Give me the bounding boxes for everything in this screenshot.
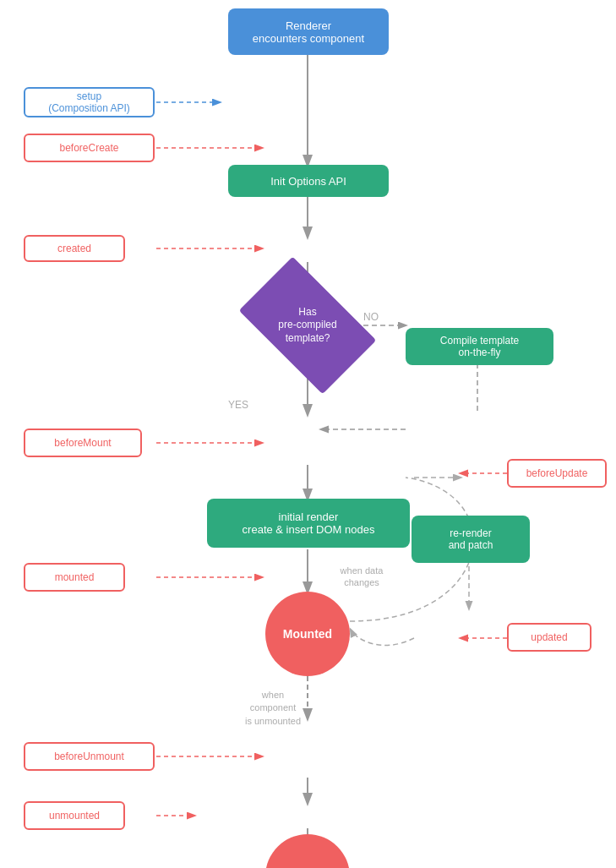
lifecycle-diagram: Rendererencounters component setup(Compo… [0,0,616,868]
mounted-circle: Mounted [265,592,350,676]
initial-render-node: initial rendercreate & insert DOM nodes [207,499,410,548]
renderer-node: Rendererencounters component [228,8,389,55]
setup-hook: setup(Composition API) [24,87,155,117]
no-label: NO [363,311,379,323]
updated-hook: updated [507,623,591,652]
unmounted-hook: unmounted [24,801,125,830]
re-render-node: re-renderand patch [412,516,530,563]
init-options-node: Init Options API [228,165,389,197]
has-template-diamond: Haspre-compiledtemplate? [239,257,377,395]
unmounted-circle: Unmounted [265,834,350,868]
before-update-hook: beforeUpdate [507,459,607,488]
before-create-hook: beforeCreate [24,134,155,162]
created-hook: created [24,235,125,262]
when-data-changes-label: when datachanges [328,565,395,589]
before-mount-hook: beforeMount [24,429,142,457]
compile-template-node: Compile templateon-the-fly [406,328,553,365]
yes-label: YES [228,399,248,411]
when-unmounted-label: whencomponentis unmounted [235,689,311,728]
before-unmount-hook: beforeUnmount [24,742,155,771]
mounted-hook: mounted [24,563,125,592]
